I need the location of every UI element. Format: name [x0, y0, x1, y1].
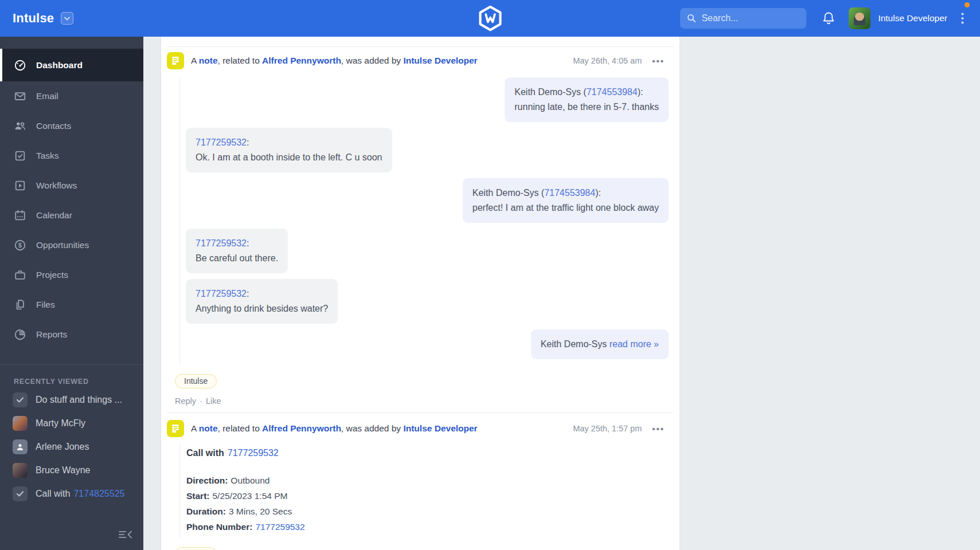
contact-photo-avatar [13, 416, 28, 431]
sidebar-item-label: Email [36, 91, 58, 101]
sidebar-item-files[interactable]: Files [0, 290, 143, 320]
contact-link[interactable]: Alfred Pennyworth [262, 423, 341, 433]
phone-number-link[interactable]: 7174825525 [73, 489, 124, 499]
author-link[interactable]: Intulse Developer [403, 56, 477, 65]
recent-item-label: Do stuff and things ... [36, 395, 122, 405]
sms-sender: 7177259532: [196, 135, 382, 150]
play-square-icon [14, 179, 26, 192]
sms-sender: Keith Demo-Sys (7174553984): [514, 85, 659, 100]
recent-item-label: Bruce Wayne [36, 465, 90, 476]
phone-number-link[interactable]: 7177259532 [255, 522, 304, 532]
note-actions: Reply·Like [175, 396, 674, 406]
read-more-link[interactable]: read more » [610, 339, 659, 349]
sms-sender: 7177259532: [196, 286, 328, 301]
call-field-direction: Direction:Outbound [186, 473, 674, 488]
sidebar-item-dashboard[interactable]: Dashboard [0, 49, 143, 81]
users-icon [14, 120, 26, 132]
sms-bubble-readmore: Keith Demo-Sys read more » [531, 329, 669, 359]
recently-viewed-heading: RECENTLY VIEWED [0, 365, 143, 388]
sidebar-item-label: Workflows [36, 180, 77, 191]
note-header: A note, related to Alfred Pennyworth, wa… [167, 420, 674, 437]
contact-link[interactable]: Alfred Pennyworth [262, 56, 341, 65]
sms-bubble-outgoing: 7177259532: Anything to drink besides wa… [186, 279, 338, 324]
calendar-icon [14, 209, 26, 222]
activity-feed-card: A note, related to Alfred Pennyworth, wa… [161, 37, 680, 550]
recent-item-label: Marty McFly [36, 418, 85, 429]
search-icon [687, 14, 696, 23]
reply-button[interactable]: Reply [175, 396, 196, 406]
sidebar-item-calendar[interactable]: Calendar [0, 201, 143, 230]
sidebar-collapse-toggle[interactable] [116, 527, 135, 542]
note-header: A note, related to Alfred Pennyworth, wa… [167, 52, 674, 69]
user-avatar[interactable] [849, 7, 870, 29]
sidebar-item-label: Reports [36, 329, 67, 340]
tag-badge-intulse: Intulse [175, 374, 217, 388]
top-bar: Intulse Intulse Developer [0, 0, 980, 37]
recent-item-contact[interactable]: Arlene Jones [0, 435, 143, 458]
sidebar-item-label: Calendar [36, 210, 72, 221]
sms-bubble-incoming: Keith Demo-Sys (7174553984): running lat… [505, 77, 669, 122]
sidebar-item-label: Contacts [36, 121, 71, 131]
recent-item-contact[interactable]: Marty McFly [0, 411, 143, 435]
sms-text: running late, be there in 5-7. thanks [514, 100, 659, 115]
note-link[interactable]: note [199, 56, 218, 65]
sms-sender: 7177259532: [196, 236, 278, 251]
sidebar-item-tasks[interactable]: Tasks [0, 141, 143, 171]
previous-item-divider [167, 37, 674, 47]
phone-number-link[interactable]: 7177259532 [228, 448, 279, 458]
phone-number-link[interactable]: 7177259532 [196, 238, 247, 248]
notifications-bell-icon[interactable] [822, 11, 835, 25]
note-link[interactable]: note [199, 423, 218, 433]
call-field-start: Start:5/25/2023 1:54 PM [186, 488, 674, 504]
task-check-icon [13, 392, 28, 407]
sidebar-nav: Dashboard Email Contacts Tasks Workflows [0, 37, 143, 550]
sms-text: Be careful out there. [196, 251, 278, 266]
recent-item-call[interactable]: Call with7174825525 [0, 482, 143, 505]
user-menu-kebab[interactable] [958, 9, 967, 28]
brand-dropdown-button[interactable] [61, 12, 73, 25]
sidebar-item-email[interactable]: Email [0, 81, 143, 111]
phone-number-link[interactable]: 7174553984 [544, 188, 595, 198]
phone-number-link[interactable]: 7174553984 [587, 87, 638, 97]
note-timestamp: May 25th, 1:57 pm [573, 424, 642, 433]
recent-item-contact[interactable]: Bruce Wayne [0, 458, 143, 482]
sidebar-item-contacts[interactable]: Contacts [0, 111, 143, 141]
sidebar-item-reports[interactable]: Reports [0, 320, 143, 349]
search-input[interactable] [701, 13, 820, 23]
main-content-area: A note, related to Alfred Pennyworth, wa… [143, 37, 980, 550]
note-header-sentence: A note, related to Alfred Pennyworth, wa… [191, 56, 478, 66]
feed-item-note-2: A note, related to Alfred Pennyworth, wa… [167, 413, 674, 550]
call-title: Call with7177259532 [186, 448, 674, 458]
phone-number-link[interactable]: 7177259532 [196, 289, 247, 298]
sidebar-item-label: Tasks [36, 151, 59, 161]
note-header-sentence: A note, related to Alfred Pennyworth, wa… [191, 423, 478, 434]
phone-number-link[interactable]: 7177259532 [196, 138, 247, 147]
sidebar-item-workflows[interactable]: Workflows [0, 171, 143, 201]
brand-logo-text: Intulse [13, 11, 54, 26]
call-note-body: Call with7177259532 Direction:Outbound S… [179, 444, 674, 538]
user-name-label: Intulse Developer [878, 13, 947, 23]
note-timestamp: May 26th, 4:05 am [573, 56, 642, 65]
note-icon [167, 420, 184, 437]
recent-item-task[interactable]: Do stuff and things ... [0, 388, 143, 411]
search-box [680, 8, 806, 29]
sms-sender: Keith Demo-Sys (7174553984): [473, 186, 659, 201]
person-placeholder-icon [13, 439, 28, 454]
note-options-menu[interactable]: ••• [652, 424, 665, 434]
author-link[interactable]: Intulse Developer [403, 423, 477, 433]
gauge-icon [14, 59, 26, 72]
collapse-icon [118, 529, 133, 540]
sidebar-item-label: Opportunities [36, 240, 89, 250]
like-button[interactable]: Like [206, 396, 221, 406]
note-options-menu[interactable]: ••• [652, 56, 665, 66]
checkbox-icon [14, 150, 26, 162]
note-icon [167, 52, 184, 69]
envelope-icon [14, 90, 26, 103]
recent-item-label: Arlene Jones [36, 442, 89, 452]
briefcase-icon [14, 269, 26, 281]
sidebar-item-opportunities[interactable]: $ Opportunities [0, 230, 143, 260]
sidebar-item-projects[interactable]: Projects [0, 260, 143, 290]
sidebar-item-label: Projects [36, 270, 68, 280]
recent-item-label: Call with [36, 489, 70, 499]
svg-text:$: $ [18, 242, 22, 249]
